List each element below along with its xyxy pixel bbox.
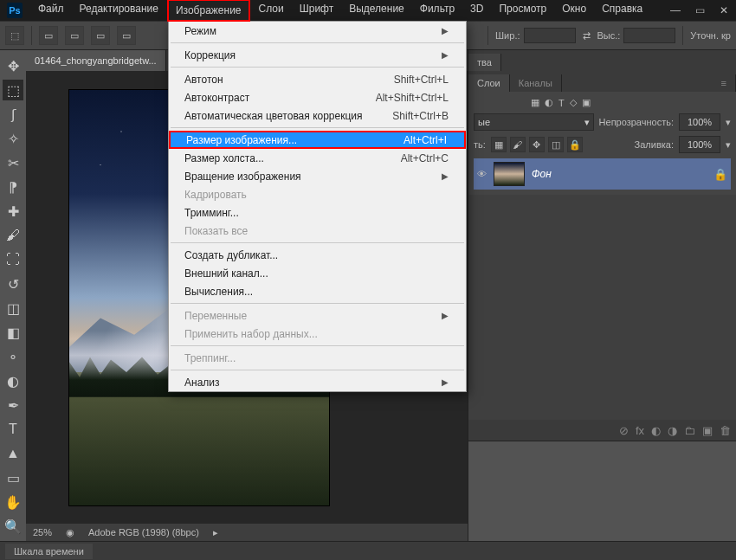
channels-tab[interactable]: Каналы [510,74,562,92]
menu-item-шрифт[interactable]: Шрифт [293,0,340,22]
menu-item-выделение[interactable]: Выделение [342,0,411,22]
marquee-tool[interactable]: ⬚ [3,80,23,100]
lasso-tool[interactable]: ʃ [3,104,23,125]
chevron-down-icon[interactable]: ▾ [726,117,731,128]
opacity-value[interactable]: 100% [679,113,720,131]
menu-item-3d[interactable]: 3D [463,0,490,22]
dodge-tool[interactable]: ◐ [3,370,23,391]
menu-item[interactable]: Вычисления... [169,282,466,300]
properties-tab[interactable]: тва [468,54,501,71]
delete-layer-icon[interactable]: 🗑 [720,424,731,437]
zoom-tool[interactable]: 🔍 [3,516,23,537]
layers-tab[interactable]: Слои [468,74,510,92]
menu-item[interactable]: Размер холста...Alt+Ctrl+C [169,149,466,167]
eraser-tool[interactable]: ◫ [3,298,23,319]
menu-item[interactable]: Создать дубликат... [169,246,466,264]
menu-item[interactable]: АвтотонShift+Ctrl+L [169,70,466,88]
link-layers-icon[interactable]: ⊘ [619,424,629,437]
swap-icon[interactable]: ⇄ [583,30,591,42]
menu-item[interactable]: АвтоконтрастAlt+Shift+Ctrl+L [169,88,466,106]
layer-thumbnail[interactable] [494,162,525,186]
blur-tool[interactable]: ∘ [3,346,23,367]
layer-mask-icon[interactable]: ◐ [651,424,661,437]
menu-item-label: Треппинг... [184,352,236,364]
path-selection-tool[interactable]: ▲ [3,443,23,464]
menu-item-файл[interactable]: Файл [31,0,71,22]
marquee-tool-preset[interactable]: ⬚ [5,26,24,45]
menu-item[interactable]: Внешний канал... [169,264,466,282]
brush-tool[interactable]: 🖌 [3,225,23,246]
healing-brush-tool[interactable]: ✚ [3,201,23,222]
chevron-down-icon[interactable]: ▾ [726,139,731,151]
timeline-tab[interactable]: Шкала времени [5,544,93,559]
lock-transparency-icon[interactable]: ▦ [491,137,507,152]
menu-item: Применить набор данных... [169,325,466,343]
document-tab[interactable]: 01464_chongyangbridgetw... [26,50,166,71]
zoom-level[interactable]: 25% [33,527,52,537]
lock-all-icon[interactable]: 🔒 [567,137,583,152]
gradient-tool[interactable]: ◧ [3,322,23,343]
layer-row-background[interactable]: 👁 Фон 🔒 [474,158,731,190]
close-button[interactable]: ✕ [712,1,736,20]
menu-item-фильтр[interactable]: Фильтр [413,0,462,22]
blend-mode-select[interactable]: ые▾ [474,113,594,131]
lock-icon[interactable]: 🔒 [713,168,727,181]
menu-item-справка[interactable]: Справка [595,0,649,22]
main-menu-bar: ФайлРедактированиеИзображениеСлоиШрифтВы… [31,0,649,22]
menu-item[interactable]: Тримминг... [169,203,466,222]
menu-item-label: Анализ [184,377,220,389]
menu-item[interactable]: Коррекция▶ [169,46,466,64]
stamp-tool[interactable]: ⛶ [3,249,23,270]
menu-item-изображение[interactable]: Изображение [167,0,250,22]
lock-artboard-icon[interactable]: ◫ [548,137,564,152]
refine-edge-label[interactable]: Уточн. кр [690,30,731,41]
menu-item[interactable]: Вращение изображения▶ [169,167,466,185]
menu-item-label: Автоматическая цветовая коррекция [184,110,363,122]
lock-image-icon[interactable]: 🖌 [510,137,526,152]
filter-adjust-icon[interactable]: ◐ [545,97,553,108]
magic-wand-tool[interactable]: ✧ [3,128,23,149]
add-selection-icon[interactable]: ▭ [65,26,84,45]
layers-panel-footer: ⊘ fx ◐ ◑ 🗀 ▣ 🗑 [468,420,736,441]
pen-tool[interactable]: ✒ [3,395,23,415]
filter-type-icon[interactable]: T [558,98,565,108]
menu-item-просмотр[interactable]: Просмотр [492,0,553,22]
fill-value[interactable]: 100% [679,136,720,153]
visibility-icon[interactable]: 👁 [477,169,487,179]
panel-menu-icon[interactable]: ≡ [713,74,736,92]
menu-item-слои[interactable]: Слои [252,0,291,22]
menu-item[interactable]: Режим▶ [169,22,466,40]
intersect-selection-icon[interactable]: ▭ [117,26,136,45]
history-brush-tool[interactable]: ↺ [3,274,23,294]
maximize-button[interactable]: ▭ [688,1,712,20]
menu-item[interactable]: Анализ▶ [169,373,466,391]
filter-pixel-icon[interactable]: ▦ [531,97,539,108]
filter-shape-icon[interactable]: ◇ [570,97,577,108]
menu-item-окно[interactable]: Окно [555,0,593,22]
info-icon[interactable]: ◉ [66,527,74,538]
rectangle-tool[interactable]: ▭ [3,467,23,488]
height-field: Выс.: [597,28,676,43]
width-input[interactable] [524,28,576,43]
crop-tool[interactable]: ✂ [3,152,23,173]
move-tool[interactable]: ✥ [3,55,23,76]
new-layer-icon[interactable]: ▣ [702,424,713,437]
layer-style-icon[interactable]: fx [636,424,644,437]
type-tool[interactable]: T [3,419,23,440]
new-group-icon[interactable]: 🗀 [684,424,695,437]
eyedropper-tool[interactable]: ⁋ [3,177,23,197]
menu-item-редактирование[interactable]: Редактирование [73,0,165,22]
menu-item-label: Вращение изображения [184,171,301,183]
new-selection-icon[interactable]: ▭ [39,26,58,45]
subtract-selection-icon[interactable]: ▭ [91,26,110,45]
menu-item[interactable]: Автоматическая цветовая коррекцияShift+C… [169,106,466,125]
filter-smart-icon[interactable]: ▣ [582,97,591,108]
menu-item[interactable]: Размер изображения...Alt+Ctrl+I [169,131,466,149]
new-adjustment-icon[interactable]: ◑ [668,424,677,437]
lock-position-icon[interactable]: ✥ [529,137,545,152]
chevron-right-icon[interactable]: ▸ [213,527,218,538]
minimize-button[interactable]: — [663,1,688,20]
layer-name-label[interactable]: Фон [532,168,552,180]
height-input[interactable] [623,28,675,43]
hand-tool[interactable]: ✋ [3,492,23,512]
